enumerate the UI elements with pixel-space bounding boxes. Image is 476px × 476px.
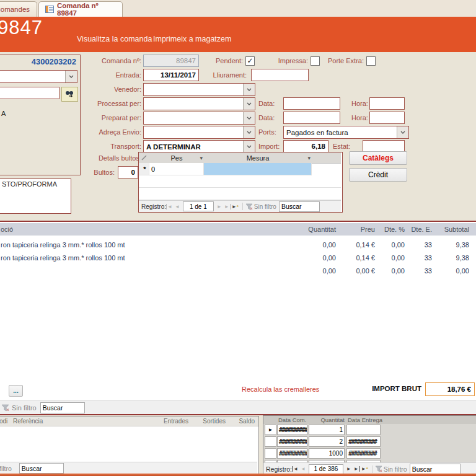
- nav-new-record-icon[interactable]: ►*: [231, 204, 240, 209]
- nav-next-icon[interactable]: ►: [345, 466, 353, 472]
- nav-first-icon[interactable]: ◄: [166, 204, 174, 209]
- sin-filtro-label[interactable]: Sin filtro: [384, 465, 407, 473]
- tab-comandes[interactable]: comandes: [0, 1, 37, 17]
- client-box: 4300203202 A: [0, 55, 81, 175]
- column-dropdown-icon[interactable]: ▾: [307, 155, 311, 161]
- column-dropdown-icon[interactable]: ▾: [200, 155, 203, 161]
- order-lines-table: oció Quantitat Preu Dte. % Dte. E. Subto…: [0, 221, 476, 402]
- form-icon: [45, 6, 54, 13]
- processat-hora-field[interactable]: [369, 97, 405, 110]
- sin-filtro-label[interactable]: Sin filtro: [12, 404, 37, 412]
- stock-header: odi Referència Entrades Sortides Saldo: [0, 416, 258, 426]
- data-com-cell[interactable]: ##########: [277, 436, 307, 447]
- col-quantitat[interactable]: Quantitat: [291, 223, 336, 236]
- buscar-input[interactable]: [410, 464, 461, 474]
- pendent-checkbox[interactable]: ✓: [245, 56, 255, 66]
- chevron-down-icon[interactable]: [243, 126, 255, 138]
- filter-icon[interactable]: [1, 404, 9, 412]
- tab-comanda-label: Comanda nº 89847: [57, 2, 116, 17]
- line-row[interactable]: 0,00 0,00 € 0,00 33 0,00: [0, 265, 476, 278]
- tab-comandes-label: comandes: [0, 6, 30, 13]
- pes-new-cell[interactable]: 0: [149, 163, 204, 175]
- chevron-down-icon[interactable]: [397, 126, 408, 138]
- more-options-button[interactable]: ...: [9, 385, 23, 397]
- processat-combo[interactable]: [143, 97, 255, 110]
- lines-header: oció Quantitat Preu Dte. % Dte. E. Subto…: [0, 223, 476, 236]
- ports-combo[interactable]: Pagados en factura: [283, 126, 409, 139]
- buscar-input[interactable]: [279, 201, 320, 212]
- col-dte-pct[interactable]: Dte. %: [380, 223, 405, 236]
- mesura-new-cell[interactable]: [204, 163, 312, 175]
- venedor-combo[interactable]: [143, 83, 255, 96]
- nav-last-icon[interactable]: ►: [223, 204, 231, 209]
- nav-prev-icon[interactable]: ◄: [299, 466, 307, 472]
- col-descripcio[interactable]: oció: [1, 223, 286, 236]
- record-selector[interactable]: [265, 436, 276, 447]
- nav-new-record-icon[interactable]: ►*: [360, 466, 369, 472]
- preparat-data-field[interactable]: [283, 112, 340, 124]
- preparat-hora-field[interactable]: [369, 112, 405, 124]
- comanda-no-field: 89847: [143, 55, 199, 67]
- record-position[interactable]: [309, 464, 343, 474]
- datasheet-corner[interactable]: [139, 152, 150, 164]
- adreca-envio-combo[interactable]: [143, 126, 255, 139]
- imprimeix-magatzem-link[interactable]: Imprimeix a magatzem: [153, 35, 231, 43]
- col-preu[interactable]: Preu: [341, 223, 375, 236]
- nav-prev-icon[interactable]: ◄: [174, 204, 181, 209]
- quantitat-cell[interactable]: 2: [309, 436, 345, 447]
- chevron-down-icon[interactable]: [243, 112, 255, 124]
- buscar-input[interactable]: [19, 463, 64, 474]
- quantitat-cell[interactable]: 1: [309, 425, 345, 435]
- transport-combo[interactable]: A DETERMINAR: [143, 140, 255, 153]
- visualitza-comanda-link[interactable]: Visualitza la comanda: [77, 35, 152, 43]
- lliurament-field[interactable]: [251, 69, 309, 81]
- porte-extra-checkbox[interactable]: [366, 56, 376, 66]
- catalegs-button[interactable]: Catàlegs: [349, 151, 407, 165]
- orders-record-navigator: Registro: ◄ ◄ ► ► ►* Sin filtro: [263, 462, 476, 475]
- client-combo[interactable]: [0, 70, 77, 83]
- col-header-filler: [312, 152, 341, 164]
- line-row[interactable]: ron tapiceria relinga 3 mm.* rollos 100 …: [0, 252, 476, 265]
- nav-next-icon[interactable]: ►: [216, 204, 223, 209]
- record-position[interactable]: [183, 201, 214, 211]
- order-notes-box[interactable]: STO/PROFORMA: [0, 178, 71, 214]
- data-entrega-cell[interactable]: [346, 425, 381, 435]
- chevron-down-icon[interactable]: [243, 141, 255, 152]
- data-entrega-cell[interactable]: ##########: [346, 448, 381, 459]
- new-record-selector[interactable]: *: [139, 163, 149, 175]
- col-header-pes[interactable]: Pes▾: [149, 152, 205, 164]
- filter-icon[interactable]: [375, 465, 382, 472]
- import-field[interactable]: [283, 140, 328, 152]
- nav-last-icon[interactable]: ►: [353, 466, 360, 472]
- bottom-accent-strip: [0, 474, 476, 476]
- quantitat-cell[interactable]: 1000: [309, 448, 345, 459]
- bultos-field[interactable]: [118, 166, 138, 178]
- sin-filtro-label[interactable]: filtro: [0, 465, 12, 472]
- data-com-cell[interactable]: ##########: [277, 425, 307, 435]
- col-subtotal[interactable]: Subtotal: [434, 223, 469, 236]
- credit-button[interactable]: Crèdit: [349, 168, 407, 182]
- col-referencia: Referència: [13, 416, 43, 426]
- col-dte-e[interactable]: Dte. E.: [408, 223, 432, 236]
- buscar-input[interactable]: [40, 402, 85, 413]
- chevron-down-icon[interactable]: [243, 84, 255, 95]
- recalcula-link[interactable]: Recalcula las cremalleres: [242, 386, 319, 393]
- col-header-mesura[interactable]: Mesura▾: [204, 152, 312, 164]
- bultos-label: Bultos:: [87, 166, 115, 178]
- estat-field[interactable]: [363, 140, 405, 152]
- entrada-field[interactable]: [143, 69, 199, 81]
- nav-first-icon[interactable]: ◄: [292, 466, 299, 472]
- client-search-input[interactable]: [0, 87, 60, 99]
- data-com-cell[interactable]: ##########: [277, 448, 307, 459]
- sin-filtro-label[interactable]: Sin filtro: [254, 203, 276, 210]
- tab-comanda-active[interactable]: Comanda nº 89847: [38, 1, 123, 17]
- data-entrega-cell[interactable]: ##########: [346, 436, 381, 447]
- preparat-combo[interactable]: [143, 112, 255, 125]
- processat-data-field[interactable]: [283, 97, 340, 110]
- current-record-selector[interactable]: ►: [265, 425, 276, 435]
- record-selector[interactable]: [265, 448, 276, 459]
- line-row[interactable]: ron tapiceria relinga 3 mm.* rollos 100 …: [0, 239, 476, 252]
- pendent-label: Pendent:: [205, 55, 243, 67]
- filter-icon[interactable]: [245, 203, 253, 210]
- chevron-down-icon[interactable]: [243, 98, 255, 110]
